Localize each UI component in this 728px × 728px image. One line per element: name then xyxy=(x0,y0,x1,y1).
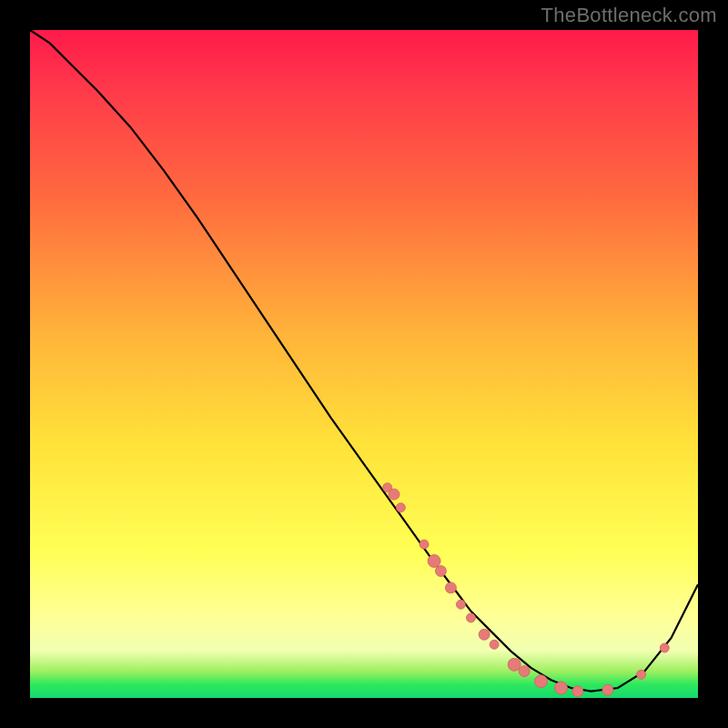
curve-marker xyxy=(456,600,465,609)
curve-marker xyxy=(535,675,548,688)
chart-frame: TheBottleneck.com xyxy=(0,0,728,728)
curve-marker xyxy=(519,666,530,677)
curve-marker xyxy=(466,613,475,622)
curve-marker xyxy=(660,643,669,652)
curve-marker xyxy=(420,540,429,549)
watermark-text: TheBottleneck.com xyxy=(541,4,717,27)
curve-marker xyxy=(428,555,440,568)
curve-marker xyxy=(555,682,568,694)
bottleneck-curve xyxy=(30,30,698,692)
curve-marker xyxy=(445,582,456,593)
curve-marker xyxy=(435,566,446,577)
curve-marker xyxy=(479,629,490,640)
curve-marker xyxy=(637,670,646,679)
plot-area xyxy=(30,30,698,698)
curve-marker xyxy=(490,640,499,649)
curve-marker xyxy=(396,503,405,512)
chart-svg xyxy=(30,30,698,698)
curve-marker xyxy=(508,658,521,671)
curve-marker xyxy=(389,489,399,500)
curve-marker xyxy=(572,686,583,697)
curve-marker xyxy=(602,684,613,695)
